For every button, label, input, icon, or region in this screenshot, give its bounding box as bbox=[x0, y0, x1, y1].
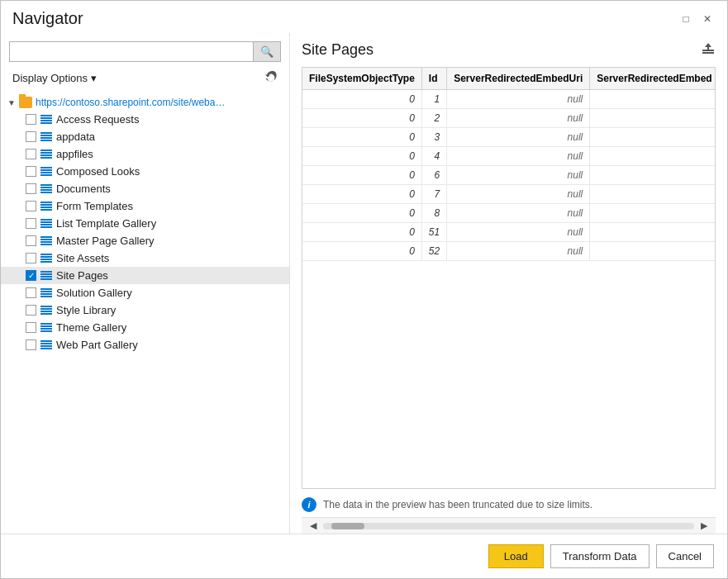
export-button[interactable] bbox=[701, 41, 716, 59]
checkbox-site-pages[interactable]: ✓ bbox=[26, 270, 36, 281]
item-label-theme-gallery: Theme Gallery bbox=[56, 321, 126, 334]
checkbox-master-page-gallery[interactable] bbox=[26, 235, 36, 246]
main-content: 🔍 Display Options ▾ ▼ https://con bbox=[1, 33, 727, 534]
svg-rect-49 bbox=[40, 325, 52, 327]
search-bar: 🔍 bbox=[1, 41, 289, 69]
list-icon bbox=[40, 287, 53, 299]
cell-filesystem: 0 bbox=[302, 147, 421, 166]
search-input[interactable] bbox=[10, 42, 253, 61]
svg-rect-40 bbox=[40, 288, 52, 290]
scroll-right-button[interactable]: ▶ bbox=[696, 520, 712, 533]
list-item-selected[interactable]: ✓ Site Pages bbox=[1, 267, 289, 284]
svg-rect-34 bbox=[40, 259, 52, 260]
dialog-footer: Load Transform Data Cancel bbox=[1, 534, 727, 578]
refresh-button[interactable] bbox=[261, 69, 281, 88]
svg-rect-57 bbox=[702, 52, 714, 54]
svg-rect-16 bbox=[40, 184, 52, 186]
list-item[interactable]: Style Library bbox=[1, 301, 289, 319]
scroll-left-button[interactable]: ◀ bbox=[305, 520, 321, 533]
cell-serverredirectedembeduri: null bbox=[447, 128, 590, 147]
checkbox-style-library[interactable] bbox=[26, 305, 36, 316]
expand-arrow-icon: ▼ bbox=[7, 98, 16, 107]
info-icon: i bbox=[302, 497, 316, 512]
svg-rect-31 bbox=[40, 244, 52, 245]
svg-rect-36 bbox=[40, 271, 52, 273]
truncate-notice: i The data in the preview has been trunc… bbox=[302, 489, 716, 517]
checkbox-web-part-gallery[interactable] bbox=[26, 339, 36, 350]
svg-rect-50 bbox=[40, 328, 52, 330]
svg-rect-27 bbox=[40, 226, 52, 228]
list-item[interactable]: Master Page Gallery bbox=[1, 232, 289, 249]
svg-rect-55 bbox=[40, 348, 52, 349]
chevron-down-icon: ▾ bbox=[91, 72, 97, 84]
tree-root-item[interactable]: ▼ https://contoso.sharepoint.com/site/we… bbox=[1, 94, 289, 111]
col-header-id: Id bbox=[421, 68, 446, 90]
scroll-track[interactable] bbox=[323, 523, 694, 529]
checkbox-appfiles[interactable] bbox=[26, 149, 36, 159]
checkbox-appdata[interactable] bbox=[26, 131, 36, 142]
checkbox-access-requests[interactable] bbox=[26, 114, 36, 125]
cell-serverredirectedembeduri: null bbox=[447, 109, 590, 128]
list-item[interactable]: Site Assets bbox=[1, 249, 289, 267]
item-label-composed-looks: Composed Looks bbox=[56, 165, 140, 178]
item-label-site-pages: Site Pages bbox=[56, 269, 108, 282]
list-item[interactable]: Access Requests bbox=[1, 111, 289, 128]
list-item[interactable]: Solution Gallery bbox=[1, 284, 289, 301]
list-item[interactable]: List Template Gallery bbox=[1, 215, 289, 232]
search-button[interactable]: 🔍 bbox=[253, 42, 280, 61]
svg-rect-2 bbox=[40, 120, 52, 121]
item-label-master-page-gallery: Master Page Gallery bbox=[56, 235, 155, 247]
cell-id: 51 bbox=[421, 223, 446, 242]
cell-id: 2 bbox=[421, 109, 446, 128]
cell-serverredirectedembeduri: null bbox=[447, 223, 590, 242]
svg-rect-44 bbox=[40, 306, 52, 307]
cell-serverredirectedembed bbox=[590, 90, 716, 109]
item-label-form-templates: Form Templates bbox=[56, 200, 133, 212]
cell-serverredirectedembed bbox=[590, 223, 716, 242]
svg-rect-19 bbox=[40, 192, 52, 193]
list-item[interactable]: Theme Gallery bbox=[1, 319, 289, 336]
list-item[interactable]: Composed Looks bbox=[1, 163, 289, 180]
list-item[interactable]: Web Part Gallery bbox=[1, 336, 289, 354]
navigator-dialog: Navigator □ ✕ 🔍 Display Options ▾ bbox=[0, 0, 728, 579]
svg-rect-6 bbox=[40, 137, 52, 139]
svg-rect-52 bbox=[40, 340, 52, 342]
checkbox-form-templates[interactable] bbox=[26, 201, 36, 211]
cell-serverredirectedembeduri: null bbox=[447, 185, 590, 204]
checkbox-solution-gallery[interactable] bbox=[26, 287, 36, 298]
display-options-button[interactable]: Display Options ▾ bbox=[9, 70, 100, 86]
list-icon bbox=[40, 183, 53, 195]
load-button[interactable]: Load bbox=[488, 544, 544, 568]
right-panel-title: Site Pages bbox=[302, 41, 374, 59]
svg-rect-21 bbox=[40, 204, 52, 206]
close-button[interactable]: ✕ bbox=[699, 11, 716, 27]
list-item[interactable]: Form Templates bbox=[1, 197, 289, 215]
list-icon bbox=[40, 253, 53, 264]
table-row: 0 1 null bbox=[302, 90, 716, 109]
list-item[interactable]: Documents bbox=[1, 180, 289, 197]
col-header-serverredirectedembeduri: ServerRedirectedEmbedUri bbox=[447, 68, 590, 90]
checkbox-list-template-gallery[interactable] bbox=[26, 218, 36, 229]
cancel-button[interactable]: Cancel bbox=[656, 544, 714, 568]
svg-rect-9 bbox=[40, 152, 52, 154]
cell-serverredirectedembeduri: null bbox=[447, 166, 590, 185]
list-icon bbox=[40, 166, 53, 178]
title-bar: Navigator □ ✕ bbox=[1, 1, 727, 33]
data-table-area: FileSystemObjectType Id ServerRedirected… bbox=[302, 67, 716, 489]
cell-id: 6 bbox=[421, 166, 446, 185]
checkbox-site-assets[interactable] bbox=[26, 253, 36, 263]
svg-rect-43 bbox=[40, 296, 52, 297]
checkbox-documents[interactable] bbox=[26, 183, 36, 194]
list-item[interactable]: appfiles bbox=[1, 145, 289, 163]
cell-id: 4 bbox=[421, 147, 446, 166]
transform-data-button[interactable]: Transform Data bbox=[550, 544, 649, 568]
checkbox-composed-looks[interactable] bbox=[26, 166, 36, 177]
svg-rect-38 bbox=[40, 276, 52, 278]
svg-rect-45 bbox=[40, 308, 52, 310]
checkbox-theme-gallery[interactable] bbox=[26, 322, 36, 333]
list-item[interactable]: appdata bbox=[1, 128, 289, 145]
right-panel: Site Pages FileSystemObjectType Id bbox=[290, 33, 727, 534]
tree-area: ▼ https://contoso.sharepoint.com/site/we… bbox=[1, 94, 289, 534]
minimize-button[interactable]: □ bbox=[678, 11, 694, 27]
cell-id: 8 bbox=[421, 204, 446, 223]
